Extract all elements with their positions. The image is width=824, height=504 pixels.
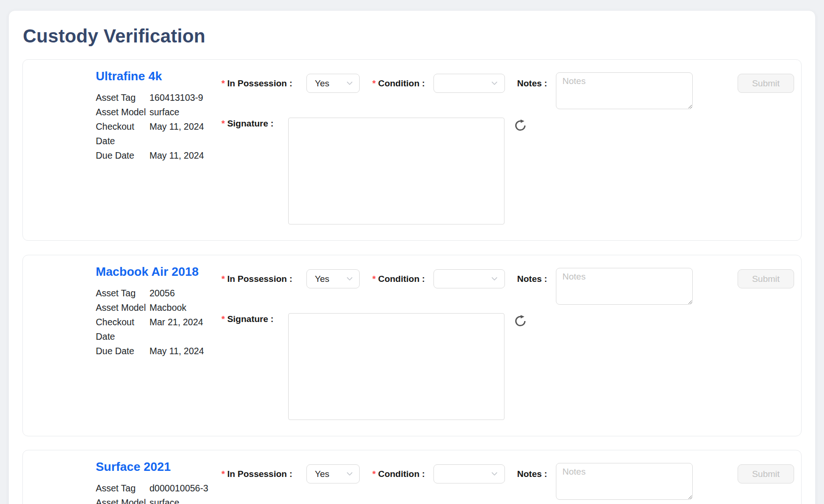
required-asterisk: * [221, 274, 225, 284]
asset-info: Asset Tag d000010056-3 Asset Model surfa… [96, 481, 208, 504]
refresh-icon [514, 119, 527, 132]
notes-input[interactable] [556, 268, 693, 305]
asset-tag-label: Asset Tag [96, 91, 149, 105]
submit-button[interactable]: Submit [738, 269, 794, 288]
in-possession-value: Yes [315, 78, 329, 89]
signature-field-label: * Signature : [221, 309, 274, 329]
chevron-down-icon [490, 275, 498, 283]
due-date-label: Due Date [96, 344, 149, 358]
condition-field-label: * Condition : [372, 269, 425, 288]
asset-info: Asset Tag 20056 Asset Model Macbook Chec… [96, 286, 204, 358]
required-asterisk: * [372, 78, 376, 89]
submit-button[interactable]: Submit [738, 74, 794, 93]
required-asterisk: * [372, 469, 376, 479]
condition-select[interactable] [433, 74, 505, 93]
checkout-date-value: May 11, 2024 [149, 119, 204, 148]
chevron-down-icon [346, 470, 354, 478]
in-possession-label: In Possession : [227, 469, 292, 479]
checkout-date-value: Mar 21, 2024 [149, 315, 204, 344]
due-date-value: May 11, 2024 [149, 148, 204, 163]
asset-model-value: Macbook [149, 301, 204, 315]
in-possession-field-label: * In Possession : [221, 269, 292, 288]
asset-tag-value: 160413103-9 [149, 91, 204, 105]
asset-tag-value: 20056 [149, 286, 204, 301]
asset-title-link[interactable]: Macbook Air 2018 [96, 265, 199, 279]
chevron-down-icon [490, 470, 498, 478]
notes-field-label: Notes : [517, 74, 547, 93]
chevron-down-icon [346, 275, 354, 283]
condition-field-label: * Condition : [372, 464, 425, 483]
required-asterisk: * [221, 78, 225, 89]
asset-card: Ultrafine 4k Asset Tag 160413103-9 Asset… [22, 59, 802, 241]
in-possession-select[interactable]: Yes [306, 74, 360, 93]
required-asterisk: * [221, 469, 225, 479]
signature-pad[interactable] [288, 118, 504, 224]
asset-tag-value: d000010056-3 [149, 481, 208, 496]
asset-title-link[interactable]: Surface 2021 [96, 460, 170, 474]
asset-model-value: surface [149, 105, 204, 119]
checkout-date-label: Checkout Date [96, 119, 149, 148]
main-panel: Custody Verification Ultrafine 4k Asset … [8, 10, 816, 504]
notes-label: Notes : [517, 78, 547, 89]
condition-field-label: * Condition : [372, 74, 425, 93]
notes-label: Notes : [517, 274, 547, 284]
in-possession-field-label: * In Possession : [221, 74, 292, 93]
condition-select[interactable] [433, 464, 505, 483]
condition-label: Condition : [378, 78, 425, 89]
checkout-date-label: Checkout Date [96, 315, 149, 344]
asset-model-label: Asset Model [96, 301, 149, 315]
due-date-label: Due Date [96, 148, 149, 163]
asset-tag-label: Asset Tag [96, 481, 149, 496]
required-asterisk: * [221, 314, 225, 324]
notes-field-label: Notes : [517, 269, 547, 288]
condition-select[interactable] [433, 269, 505, 288]
signature-pad[interactable] [288, 313, 504, 420]
signature-label: Signature : [227, 119, 273, 129]
in-possession-value: Yes [315, 469, 329, 479]
submit-button[interactable]: Submit [738, 464, 794, 483]
reset-signature-button[interactable] [513, 315, 527, 329]
due-date-value: May 11, 2024 [149, 344, 204, 358]
reset-signature-button[interactable] [513, 119, 527, 133]
refresh-icon [514, 315, 527, 328]
notes-label: Notes : [517, 469, 547, 479]
condition-label: Condition : [378, 469, 425, 479]
chevron-down-icon [490, 79, 498, 87]
chevron-down-icon [346, 79, 354, 87]
asset-model-label: Asset Model [96, 496, 149, 504]
page-title: Custody Verification [23, 26, 206, 47]
in-possession-label: In Possession : [227, 274, 292, 284]
signature-label: Signature : [227, 314, 273, 324]
required-asterisk: * [221, 119, 225, 129]
required-asterisk: * [372, 274, 376, 284]
asset-model-value: surface [149, 496, 208, 504]
in-possession-value: Yes [315, 274, 329, 284]
asset-tag-label: Asset Tag [96, 286, 149, 301]
in-possession-field-label: * In Possession : [221, 464, 292, 483]
asset-info: Asset Tag 160413103-9 Asset Model surfac… [96, 91, 204, 163]
notes-field-label: Notes : [517, 464, 547, 483]
asset-card: Surface 2021 Asset Tag d000010056-3 Asse… [22, 450, 802, 504]
asset-card: Macbook Air 2018 Asset Tag 20056 Asset M… [22, 255, 802, 436]
condition-label: Condition : [378, 274, 425, 284]
in-possession-select[interactable]: Yes [306, 464, 360, 483]
notes-input[interactable] [556, 463, 693, 500]
in-possession-label: In Possession : [227, 78, 292, 89]
asset-title-link[interactable]: Ultrafine 4k [96, 69, 162, 84]
notes-input[interactable] [556, 72, 693, 109]
in-possession-select[interactable]: Yes [306, 269, 360, 288]
signature-field-label: * Signature : [221, 114, 274, 133]
asset-model-label: Asset Model [96, 105, 149, 119]
